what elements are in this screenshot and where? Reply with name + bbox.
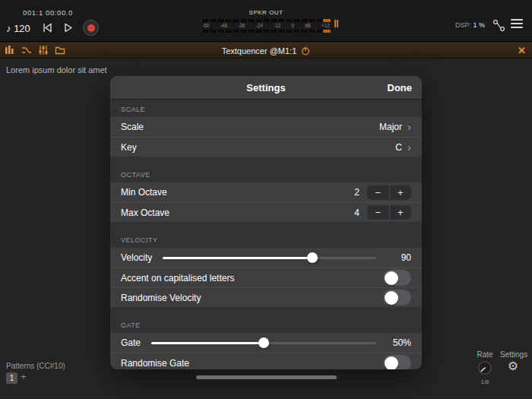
gear-icon[interactable]: ⚙ — [508, 359, 518, 374]
gate-value: 50% — [385, 337, 411, 348]
plugin-title: Textquencer @M1:1 — [222, 46, 297, 55]
section-header-octave: OCTAVE — [110, 157, 422, 182]
settings-label: Settings — [500, 350, 526, 359]
min-octave-row: Min Octave 2 − + — [110, 182, 422, 202]
plugin-title-bar[interactable]: Textquencer @M1:1 — [0, 43, 532, 59]
gate-row: Gate 50% — [110, 333, 422, 353]
dsp-readout: DSP: 1 % — [455, 21, 485, 29]
meter-bar-right — [201, 30, 331, 33]
key-value: C — [395, 142, 402, 153]
sequencer-text-content[interactable]: Lorem ipsum dolor sit amet — [6, 65, 107, 74]
randomise-velocity-row: Randomise Velocity — [110, 287, 422, 307]
slider-knob[interactable] — [307, 252, 318, 263]
gate-slider[interactable] — [151, 337, 376, 348]
chevron-right-icon: › — [407, 142, 411, 153]
routing-nodes-icon — [492, 18, 506, 33]
velocity-row: Velocity 90 — [110, 248, 422, 268]
meter-scale: -60 -48 -36 -24 -12 0 dB +12 — [201, 22, 331, 30]
plugin-header-bar: Textquencer @M1:1 ✕ — [0, 43, 532, 59]
rewind-button[interactable] — [42, 22, 53, 33]
max-octave-value: 4 — [354, 207, 359, 218]
app-screen: 001:1 00:00.0 ♪ 120 SPKR OUT -60 -48 -36… — [0, 0, 532, 399]
accent-row: Accent on capitalised letters — [110, 268, 422, 287]
time-display: 001:1 00:00.0 — [23, 8, 73, 17]
play-icon — [62, 22, 74, 33]
add-pattern-button[interactable]: + — [21, 371, 27, 382]
patterns-label: Patterns (CC#10) — [6, 362, 65, 370]
scale-row[interactable]: Scale Major › — [110, 117, 422, 137]
routing-button[interactable] — [492, 18, 506, 33]
gate-group: Gate 50% Randomise Gate — [110, 333, 422, 369]
skip-to-start-icon — [42, 22, 53, 33]
section-header-gate: GATE — [110, 307, 422, 333]
section-header-velocity: VELOCITY — [110, 222, 422, 248]
rate-control: Rate 1/8 — [472, 350, 498, 385]
decrement-button[interactable]: − — [367, 185, 389, 200]
scale-group: Scale Major › Key C › — [110, 117, 422, 157]
scale-value: Major — [379, 122, 402, 132]
tempo-display[interactable]: ♪ 120 — [6, 23, 30, 34]
accent-toggle[interactable] — [383, 270, 411, 286]
output-label: SPKR OUT — [201, 9, 331, 16]
section-header-scale: SCALE — [110, 100, 422, 117]
transport-bar: 001:1 00:00.0 ♪ 120 SPKR OUT -60 -48 -36… — [0, 0, 532, 42]
randomise-gate-toggle[interactable] — [383, 355, 411, 369]
velocity-group: Velocity 90 Accent on capitalised letter… — [110, 248, 422, 307]
power-icon[interactable] — [301, 46, 310, 55]
min-octave-value: 2 — [354, 187, 359, 198]
randomise-velocity-toggle[interactable] — [383, 290, 411, 306]
record-button[interactable] — [83, 20, 99, 36]
velocity-value: 90 — [385, 252, 411, 263]
min-octave-stepper: − + — [367, 185, 411, 200]
modal-title: Settings — [246, 82, 285, 93]
rate-knob-icon[interactable] — [477, 360, 492, 375]
modal-header: Settings Done — [110, 76, 422, 100]
slider-knob[interactable] — [258, 337, 269, 348]
settings-control: Settings ⚙ — [500, 350, 526, 374]
meter-clip-indicator — [334, 20, 338, 27]
randomise-gate-row: Randomise Gate — [110, 353, 422, 369]
meter-bar-left — [201, 19, 331, 22]
pattern-1-button[interactable]: 1 — [6, 372, 17, 384]
increment-button[interactable]: + — [389, 205, 412, 220]
rate-value: 1/8 — [472, 378, 498, 385]
increment-button[interactable]: + — [389, 185, 412, 200]
record-icon — [87, 24, 95, 32]
max-octave-stepper: − + — [367, 205, 411, 220]
settings-modal: Settings Done SCALE Scale Major › Key C … — [110, 76, 422, 369]
close-plugin-button[interactable]: ✕ — [518, 44, 526, 57]
key-row[interactable]: Key C › — [110, 137, 422, 157]
output-meter[interactable]: SPKR OUT -60 -48 -36 -24 -12 0 dB +12 — [201, 9, 331, 33]
play-button[interactable] — [62, 22, 74, 33]
rate-label: Rate — [472, 350, 498, 359]
velocity-slider[interactable] — [163, 252, 376, 263]
horizontal-scrollbar[interactable] — [196, 375, 337, 379]
metronome-icon: ♪ — [6, 23, 11, 34]
transport-buttons — [42, 20, 99, 36]
octave-group: Min Octave 2 − + Max Octave 4 − + — [110, 182, 422, 222]
max-octave-row: Max Octave 4 − + — [110, 202, 422, 222]
decrement-button[interactable]: − — [367, 205, 389, 220]
menu-button[interactable] — [511, 19, 523, 30]
done-button[interactable]: Done — [388, 76, 413, 100]
chevron-right-icon: › — [407, 122, 411, 132]
